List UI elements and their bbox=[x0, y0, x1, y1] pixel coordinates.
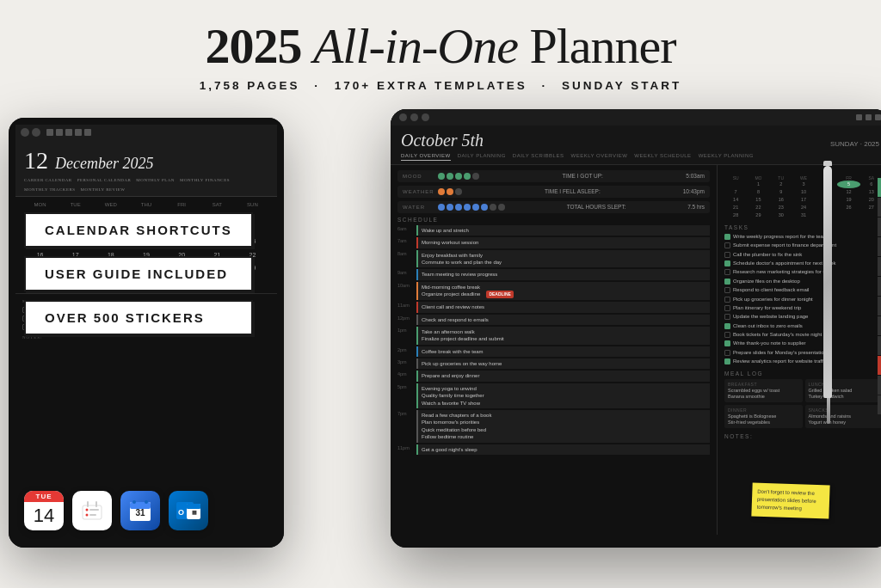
tab-daily-scribbles[interactable]: DAILY SCRIBBLES bbox=[513, 153, 564, 161]
mini-cal-cell: 1 bbox=[747, 181, 769, 188]
mood-dot bbox=[438, 173, 445, 180]
lt-dh-wed: WED bbox=[93, 202, 128, 207]
time-slept-label: TIME I FELL ASLEEP: bbox=[545, 188, 601, 194]
lt-nav-finances: MONTHLY FINANCES bbox=[180, 178, 230, 182]
snacks-text: Almonds and raisinsYogurt with honey bbox=[809, 413, 880, 426]
water-dot bbox=[464, 204, 471, 211]
time-label: 7pm bbox=[397, 410, 413, 416]
task-row: Book tickets for Saturday's movie night bbox=[724, 331, 881, 338]
cal-date-icon: TUE 14 bbox=[24, 491, 64, 530]
task-checkbox bbox=[724, 358, 730, 364]
task-text: Clean out inbox to zero emails bbox=[733, 322, 803, 329]
left-tablet-month: December 2025 bbox=[55, 155, 153, 173]
lunch-item: LUNCH Grilled chicken saladTurkey sandwi… bbox=[805, 379, 882, 402]
task-text: Schedule doctor's appointment for next w… bbox=[733, 260, 836, 266]
google-calendar-icon: 31 bbox=[120, 491, 160, 530]
mini-cal-cell: 2 bbox=[770, 181, 792, 188]
dot1: · bbox=[314, 79, 320, 92]
task-text: Call the plumber to fix the sink bbox=[733, 251, 802, 258]
right-tablet: October 5th SUNDAY · 2025 DAILY OVERVIEW… bbox=[391, 109, 881, 548]
schedule-row: 2pm Coffee break with the team bbox=[397, 346, 710, 357]
side-tab-dec: DEC bbox=[878, 395, 881, 414]
event-item: Team meeting to review progress bbox=[416, 269, 710, 279]
tasks-section: TASKS Write weekly progress report for t… bbox=[724, 224, 881, 365]
tab-daily-planning[interactable]: DAILY PLANNING bbox=[458, 153, 506, 161]
task-row: Respond to client feedback email bbox=[724, 286, 881, 293]
time-label: 11pm bbox=[397, 444, 413, 450]
water-dot bbox=[455, 204, 462, 211]
task-checkbox bbox=[724, 279, 730, 285]
water-dot bbox=[481, 204, 488, 211]
time-label: 8am bbox=[397, 250, 413, 256]
rt-topbar bbox=[391, 109, 881, 126]
lt-tool-3 bbox=[65, 129, 72, 136]
svg-rect-6 bbox=[95, 501, 97, 507]
svg-text:O: O bbox=[178, 508, 184, 517]
side-tabs: JAN FEB MAR APR MAY JUN JUL AUG bbox=[878, 178, 881, 414]
lt-dh-sat: SAT bbox=[200, 202, 235, 207]
sticky-note: Don't forget to review the presentation … bbox=[751, 482, 829, 518]
rt-icon-sm-3 bbox=[875, 114, 881, 120]
time-got-up-val: 5:03am bbox=[686, 173, 705, 179]
schedule-row: 11am Client call and review notes bbox=[397, 302, 710, 312]
schedule-row: 4pm Prepare and enjoy dinner bbox=[397, 371, 710, 381]
water-label: WATER bbox=[403, 205, 433, 210]
task-checkbox bbox=[724, 242, 730, 248]
task-row: Call the plumber to fix the sink bbox=[724, 251, 881, 258]
lunch-label: LUNCH bbox=[809, 382, 880, 387]
mini-cal-cell: 7 bbox=[724, 188, 747, 196]
weather-label: WEATHER bbox=[403, 189, 433, 194]
lt-nav-career: CAREER CALENDAR bbox=[24, 178, 72, 182]
mini-cal-cell: 12 bbox=[837, 188, 859, 196]
weather-dot bbox=[438, 188, 445, 195]
mini-cal-cell: 3 bbox=[792, 181, 815, 188]
tab-daily-overview[interactable]: DAILY OVERVIEW bbox=[401, 153, 451, 161]
task-row: Write weekly progress report for the tea… bbox=[724, 233, 881, 240]
svg-rect-5 bbox=[87, 501, 89, 507]
mini-cal-cell: 14 bbox=[724, 196, 747, 204]
tab-weekly-overview[interactable]: WEEKLY OVERVIEW bbox=[570, 153, 627, 161]
weather-dot bbox=[455, 188, 462, 195]
task-checkbox bbox=[724, 314, 730, 320]
dinner-label: DINNER bbox=[728, 407, 799, 413]
svg-rect-4 bbox=[89, 514, 96, 516]
tab-weekly-planning[interactable]: WEEKLY PLANNING bbox=[699, 153, 754, 161]
svg-point-1 bbox=[86, 508, 89, 511]
meal-log-title: MEAL LOG bbox=[724, 371, 881, 377]
lt-nav-trackers: MONTHLY TRACKERS bbox=[24, 187, 76, 192]
schedule-row: 10am Mid-morning coffee break Organize p… bbox=[397, 282, 710, 300]
reminders-icon bbox=[72, 491, 112, 530]
task-row: Research new marketing strategies for Q1 bbox=[724, 268, 881, 275]
lt-nav-personal: PERSONAL CALENDAR bbox=[77, 178, 132, 182]
task-row: Update the website landing page bbox=[724, 313, 881, 320]
schedule-row: 9am Team meeting to review progress bbox=[397, 269, 710, 279]
mini-cal-cell: 29 bbox=[747, 211, 769, 219]
task-text: Book tickets for Saturday's movie night bbox=[733, 331, 822, 338]
cal-day-label: TUE bbox=[24, 491, 64, 502]
task-text: Review analytics report for website traf… bbox=[733, 358, 827, 364]
mini-cal-today: 5 bbox=[837, 181, 859, 188]
subtitle: 1,758 PAGES · 170+ EXTRA TEMPLATES · SUN… bbox=[0, 79, 881, 92]
tab-weekly-schedule[interactable]: WEEKLY SCHEDULE bbox=[634, 153, 691, 161]
title-suffix: Planner bbox=[529, 18, 675, 74]
mini-cal-cell: 28 bbox=[724, 211, 747, 219]
event-item: Coffee break with the team bbox=[416, 346, 710, 357]
event-item: Get a good night's sleep bbox=[416, 444, 710, 455]
side-tab-nov: NOV bbox=[878, 376, 881, 395]
time-label: 4pm bbox=[397, 371, 413, 377]
lt-nav-monthly: MONTHLY PLAN bbox=[136, 178, 175, 182]
task-text: Submit expense report to finance departm… bbox=[733, 242, 836, 248]
svg-text:31: 31 bbox=[135, 508, 145, 518]
task-text: Respond to client feedback email bbox=[733, 286, 809, 293]
left-tablet-nav: CAREER CALENDAR PERSONAL CALENDAR MONTHL… bbox=[24, 178, 268, 192]
mini-cal-dh: FR bbox=[837, 175, 859, 181]
hours-slept-val: 7.5 hrs bbox=[687, 204, 705, 210]
water-dot bbox=[498, 204, 505, 211]
task-checkbox bbox=[724, 332, 730, 338]
mini-cal-cell: 31 bbox=[792, 211, 815, 219]
outlook-icon: O ▦ bbox=[169, 491, 208, 530]
task-checkbox bbox=[724, 305, 730, 311]
side-tab-feb: FEB bbox=[878, 198, 881, 217]
lt-icon-1 bbox=[21, 128, 29, 137]
rt-tabs[interactable]: DAILY OVERVIEW DAILY PLANNING DAILY SCRI… bbox=[401, 153, 879, 161]
